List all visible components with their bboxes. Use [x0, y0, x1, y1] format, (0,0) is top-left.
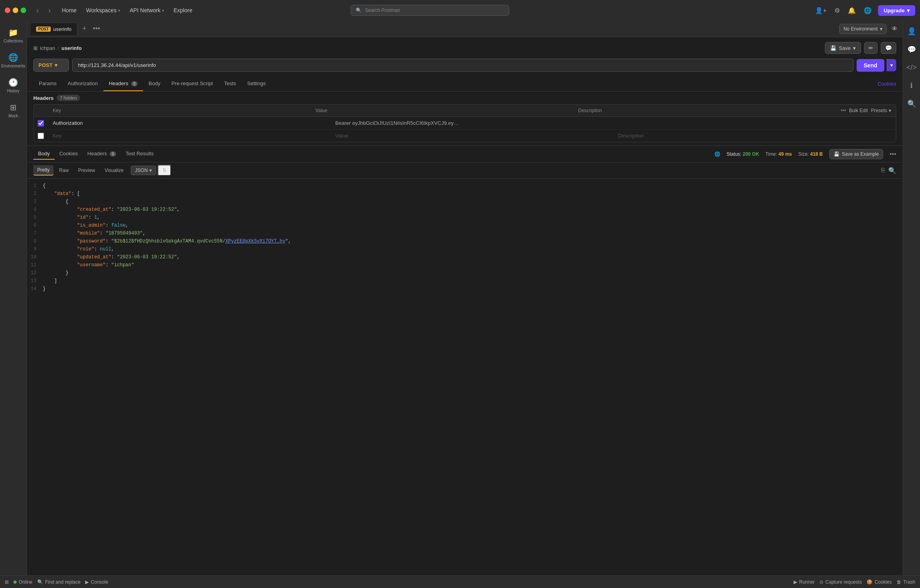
desc-cell[interactable]	[613, 120, 896, 126]
search-bar[interactable]: 🔍 Search Postman	[351, 5, 509, 16]
home-nav[interactable]: Home	[58, 5, 80, 16]
trash-button[interactable]: 🗑 Trash	[897, 579, 915, 585]
url-bar: POST ▾ Send ▾	[33, 59, 896, 72]
tab-params[interactable]: Params	[33, 76, 62, 91]
environment-dropdown[interactable]: No Environment ▾	[839, 24, 887, 34]
api-network-nav[interactable]: API Network ▾	[126, 5, 168, 16]
online-indicator: Online	[13, 579, 32, 585]
code-line: 10 "updated_at": "2023-06-03 19:22:52",	[27, 253, 903, 261]
key-cell[interactable]: Authorization	[48, 117, 330, 129]
add-tab-button[interactable]: +	[80, 23, 88, 34]
row-checkbox[interactable]	[38, 133, 44, 139]
env-label: No Environment	[844, 26, 878, 32]
forward-button[interactable]: ›	[46, 5, 53, 16]
footer-grid-icon[interactable]: ⊞	[5, 579, 9, 585]
comment-button[interactable]: 💬	[881, 42, 896, 54]
response-status: 🌐 Status: 200 OK Time: 49 ms Size: 418 B…	[714, 149, 896, 159]
search-icon: 🔍	[356, 8, 362, 13]
value-placeholder[interactable]: Value	[330, 130, 613, 142]
search-button[interactable]: 🔍	[888, 167, 896, 174]
sidebar-item-mock[interactable]: ⊞ Mock	[2, 99, 25, 122]
save-example-button[interactable]: 💾 Save as Example	[829, 149, 883, 159]
save-example-label: Save as Example	[842, 151, 879, 157]
right-panel-code-button[interactable]: </>	[903, 60, 920, 75]
fmt-tab-pretty[interactable]: Pretty	[33, 165, 53, 176]
sidebar-item-collections[interactable]: 📁 Collections	[2, 24, 25, 47]
fmt-tab-visualize[interactable]: Visualize	[101, 166, 128, 175]
right-panel-comment-button[interactable]: 💬	[904, 42, 919, 57]
back-button[interactable]: ‹	[34, 5, 41, 16]
copy-button[interactable]: ⎘	[881, 167, 885, 174]
bulk-edit-button[interactable]: Bulk Edit	[849, 108, 868, 113]
fmt-tab-raw[interactable]: Raw	[55, 166, 73, 175]
minimize-traffic-light[interactable]	[13, 8, 18, 13]
capture-requests-button[interactable]: ⊙ Capture requests	[819, 579, 862, 585]
tab-actions: + •••	[80, 23, 101, 34]
edit-button[interactable]: ✏	[864, 42, 878, 54]
active-tab[interactable]: POST userinfo	[30, 23, 77, 35]
size-label: Size: 418 B	[798, 151, 823, 157]
tab-headers[interactable]: Headers 8	[103, 76, 143, 91]
send-button[interactable]: Send	[857, 59, 884, 72]
close-traffic-light[interactable]	[5, 8, 10, 13]
status-ok: 200 OK	[742, 151, 759, 157]
right-panel-search-button[interactable]: 🔍	[904, 96, 919, 111]
more-button[interactable]: •••	[889, 151, 896, 158]
avatar-button[interactable]: 🌐	[862, 5, 873, 16]
workspaces-label: Workspaces	[86, 7, 116, 13]
tab-pre-request[interactable]: Pre-request Script	[166, 76, 219, 91]
settings-button[interactable]: ⚙	[833, 5, 842, 16]
upgrade-button[interactable]: Upgrade ▾	[878, 5, 915, 16]
more-tabs-button[interactable]: •••	[91, 23, 102, 34]
sidebar-item-history[interactable]: 🕐 History	[2, 74, 25, 97]
find-replace-button[interactable]: 🔍 Find and replace	[37, 579, 80, 585]
explore-nav[interactable]: Explore	[170, 5, 196, 16]
resp-tab-headers[interactable]: Headers 6	[83, 148, 121, 160]
format-dropdown[interactable]: JSON ▾	[131, 166, 156, 175]
bell-button[interactable]: 🔔	[846, 5, 857, 16]
resp-tab-test-results[interactable]: Test Results	[121, 148, 158, 160]
save-button[interactable]: 💾 Save ▾	[825, 42, 861, 54]
cookies-link[interactable]: Cookies	[878, 81, 896, 87]
tab-body[interactable]: Body	[143, 76, 166, 91]
desc-placeholder[interactable]: Description	[613, 130, 896, 142]
code-viewer[interactable]: 1 { 2 "data": [ 3 { 4 "created_at": "202…	[27, 179, 903, 575]
value-cell[interactable]: Bearer eyJhbGciOiJIUzI1NiIsInR5cCI6IkpXV…	[330, 117, 613, 129]
add-user-button[interactable]: 👤+	[813, 5, 828, 16]
env-settings-icon[interactable]: 👁	[890, 24, 899, 34]
resp-tab-body[interactable]: Body	[33, 148, 55, 160]
url-input[interactable]	[72, 59, 853, 72]
globe-icon: 🌐	[714, 151, 720, 157]
maximize-traffic-light[interactable]	[21, 8, 26, 13]
fmt-tab-preview[interactable]: Preview	[74, 166, 99, 175]
home-label: Home	[62, 7, 76, 13]
breadcrumb-workspace[interactable]: ichpan	[40, 45, 55, 51]
status-label: Status: 200 OK	[727, 151, 759, 157]
filter-button[interactable]: ⇅	[158, 165, 171, 176]
cookies-footer-button[interactable]: 🍪 Cookies	[867, 579, 891, 585]
send-dropdown-button[interactable]: ▾	[887, 59, 896, 71]
tab-settings[interactable]: Settings	[242, 76, 271, 91]
format-actions: ⎘ 🔍	[881, 167, 896, 174]
cookie-icon: 🍪	[867, 579, 872, 585]
key-placeholder[interactable]: Key	[48, 130, 330, 142]
right-panel-info-button[interactable]: ℹ	[907, 78, 916, 93]
cookies-footer-label: Cookies	[874, 579, 891, 585]
tab-tests[interactable]: Tests	[218, 76, 241, 91]
workspaces-nav[interactable]: Workspaces ▾	[82, 5, 124, 16]
method-select[interactable]: POST ▾	[33, 59, 69, 72]
runner-button[interactable]: ▶ Runner	[794, 579, 815, 585]
sidebar-item-environments[interactable]: 🌐 Environments	[2, 49, 25, 72]
sidebar-item-label: Mock	[9, 114, 18, 118]
hidden-headers-badge[interactable]: 7 hidden	[57, 95, 80, 101]
presets-button[interactable]: Presets ▾	[871, 108, 891, 113]
headers-badge: 8	[131, 81, 137, 86]
right-panel-person-button[interactable]: 👤	[904, 24, 919, 39]
trash-label: Trash	[903, 579, 915, 585]
resp-tab-cookies[interactable]: Cookies	[55, 148, 83, 160]
row-checkbox[interactable]	[38, 120, 44, 126]
tab-authorization[interactable]: Authorization	[62, 76, 103, 91]
explore-label: Explore	[174, 7, 192, 13]
capture-label: Capture requests	[825, 579, 862, 585]
console-button[interactable]: ▶ Console	[85, 579, 108, 585]
